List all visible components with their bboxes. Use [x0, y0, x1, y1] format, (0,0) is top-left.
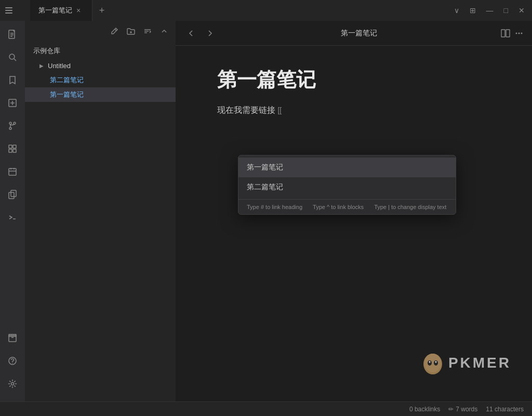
link-item-label-0: 第一篇笔记: [247, 163, 283, 172]
backlinks-label: 0 backlinks: [409, 406, 440, 413]
editor-content[interactable]: 第一篇笔记 现在我需要链接 [[ 第一篇笔记 第二篇笔记 Type # to l…: [176, 46, 532, 401]
activity-help-icon[interactable]: [3, 352, 22, 370]
svg-line-33: [115, 29, 116, 31]
note2-label: 第二篇笔记: [50, 75, 84, 85]
activity-new-note-icon[interactable]: [3, 94, 22, 112]
svg-line-8: [14, 59, 16, 61]
note1-label: 第一篇笔记: [50, 90, 84, 99]
titlebar-right-controls: ∨ ⊞ — □ ✕: [451, 4, 528, 17]
note-title: 第一篇笔记: [217, 67, 490, 93]
main-layout: 示例仓库 ▶ Untitled 第二篇笔记 第一篇笔记: [0, 21, 532, 401]
more-options-icon[interactable]: [514, 29, 524, 38]
editor-header: 第一篇笔记: [176, 21, 532, 46]
minimize-button[interactable]: —: [483, 4, 497, 17]
svg-point-13: [14, 122, 16, 124]
statusbar: 0 backlinks ✏ 7 words 11 characters: [0, 401, 532, 416]
forward-button[interactable]: [203, 26, 217, 41]
svg-rect-2: [5, 12, 12, 14]
sidebar-tree: 示例仓库 ▶ Untitled 第二篇笔记 第一篇笔记: [25, 42, 176, 401]
link-popup-hints: Type # to link heading Type ^ to link bl…: [238, 199, 456, 214]
activity-file-icon[interactable]: [3, 25, 22, 44]
svg-point-45: [424, 354, 441, 372]
svg-rect-24: [11, 190, 16, 197]
note-body-text: 现在我需要链接: [217, 106, 275, 114]
active-tab[interactable]: 第一篇笔记 ×: [30, 0, 92, 21]
svg-rect-19: [13, 149, 16, 152]
activity-bar-bottom: [3, 329, 22, 397]
link-popup-item-0[interactable]: 第一篇笔记: [238, 158, 456, 177]
hint-blocks: Type ^ to link blocks: [313, 204, 364, 210]
sidebar-item-untitled[interactable]: ▶ Untitled: [25, 58, 176, 73]
close-button[interactable]: ✕: [515, 4, 528, 17]
new-tab-button[interactable]: +: [92, 0, 111, 21]
vault-label: 示例仓库: [33, 46, 60, 56]
svg-point-43: [521, 32, 523, 34]
svg-point-42: [518, 32, 520, 34]
sidebar-toggle-icon[interactable]: [4, 6, 14, 15]
characters-label: 11 characters: [486, 406, 524, 413]
svg-point-41: [516, 32, 517, 34]
activity-calendar-icon[interactable]: [3, 162, 22, 181]
sidebar-item-note2[interactable]: 第二篇笔记: [25, 73, 176, 87]
sort-toolbar-icon[interactable]: [140, 24, 155, 38]
note-body-brackets: [[: [277, 106, 282, 114]
sidebar-item-note1[interactable]: 第一篇笔记: [25, 87, 176, 102]
activity-settings-icon[interactable]: [3, 374, 22, 393]
editor-header-right: [501, 29, 524, 38]
svg-rect-16: [9, 145, 12, 148]
svg-point-7: [9, 54, 15, 59]
layout-toggle-icon[interactable]: ⊞: [467, 4, 479, 17]
new-note-toolbar-icon[interactable]: [107, 24, 122, 38]
editor-area: 第一篇笔记 第一篇笔记: [176, 21, 532, 401]
activity-bar: [0, 21, 25, 401]
link-item-label-1: 第二篇笔记: [247, 183, 283, 192]
pencil-icon: ✏: [448, 406, 454, 413]
activity-bookmark-icon[interactable]: [3, 71, 22, 89]
untitled-label: Untitled: [48, 62, 71, 70]
tab-close-button[interactable]: ×: [76, 6, 81, 15]
svg-rect-17: [13, 145, 16, 148]
back-button[interactable]: [184, 26, 198, 41]
pkmer-text: PKMER: [448, 355, 511, 371]
sidebar-toolbar: [25, 21, 176, 42]
arrow-icon: ▶: [39, 63, 46, 69]
activity-search-icon[interactable]: [3, 48, 22, 67]
words-label: 7 words: [456, 406, 477, 413]
titlebar: 第一篇笔记 × + ∨ ⊞ — □ ✕: [0, 0, 532, 21]
sidebar: 示例仓库 ▶ Untitled 第二篇笔记 第一篇笔记: [25, 21, 176, 401]
hint-heading: Type # to link heading: [247, 204, 302, 210]
backlinks-status[interactable]: 0 backlinks: [409, 406, 440, 413]
svg-rect-20: [9, 168, 16, 175]
svg-rect-40: [506, 30, 510, 37]
maximize-button[interactable]: □: [501, 4, 511, 17]
svg-point-12: [9, 122, 11, 124]
titlebar-left-icons: [4, 6, 30, 15]
svg-rect-25: [9, 192, 14, 199]
svg-rect-18: [9, 149, 12, 152]
link-autocomplete-popup: 第一篇笔记 第二篇笔记 Type # to link heading Type …: [238, 155, 456, 215]
svg-point-48: [429, 361, 430, 363]
svg-rect-0: [5, 7, 12, 8]
svg-point-49: [435, 361, 436, 363]
new-folder-toolbar-icon[interactable]: [124, 24, 138, 38]
tab-label: 第一篇笔记: [38, 6, 72, 15]
svg-rect-39: [501, 30, 505, 37]
activity-branch-icon[interactable]: [3, 116, 22, 135]
book-view-icon[interactable]: [501, 29, 510, 38]
activity-terminal-icon[interactable]: [3, 208, 22, 227]
activity-copy-icon[interactable]: [3, 185, 22, 204]
svg-point-14: [9, 127, 11, 129]
collapse-toolbar-icon[interactable]: [157, 24, 171, 38]
svg-rect-1: [5, 10, 12, 11]
tabs-area: 第一篇笔记 × +: [30, 0, 451, 21]
sidebar-item-vault[interactable]: 示例仓库: [25, 44, 176, 58]
svg-point-32: [11, 383, 14, 385]
link-popup-list: 第一篇笔记 第二篇笔记: [238, 155, 456, 199]
activity-archive-icon[interactable]: [3, 329, 22, 347]
chevron-down-icon[interactable]: ∨: [451, 4, 462, 17]
words-status: ✏ 7 words: [448, 406, 477, 413]
activity-grid-icon[interactable]: [3, 139, 22, 158]
note-body: 现在我需要链接 [[: [217, 103, 490, 117]
link-popup-item-1[interactable]: 第二篇笔记: [238, 177, 456, 197]
pkmer-watermark: PKMER: [420, 350, 511, 375]
